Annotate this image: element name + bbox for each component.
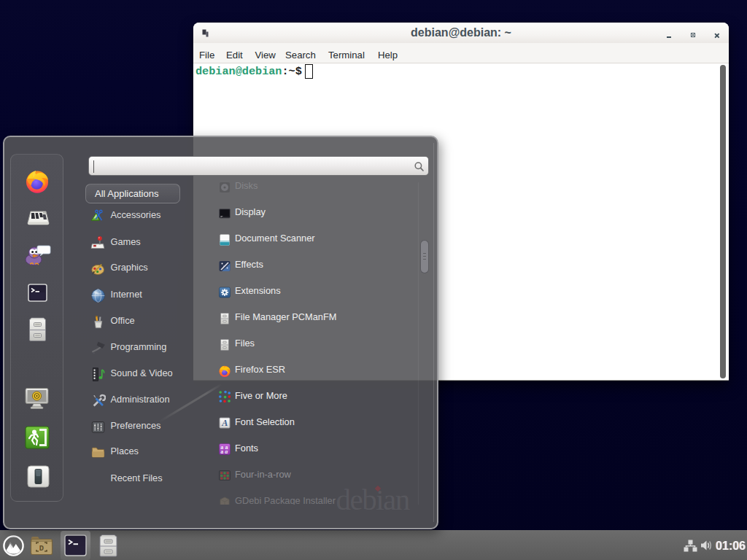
svg-text:A: A [221,418,228,428]
svg-text:a: a [225,448,228,455]
svg-text:D: D [39,544,44,553]
svg-text:a: a [220,448,223,455]
